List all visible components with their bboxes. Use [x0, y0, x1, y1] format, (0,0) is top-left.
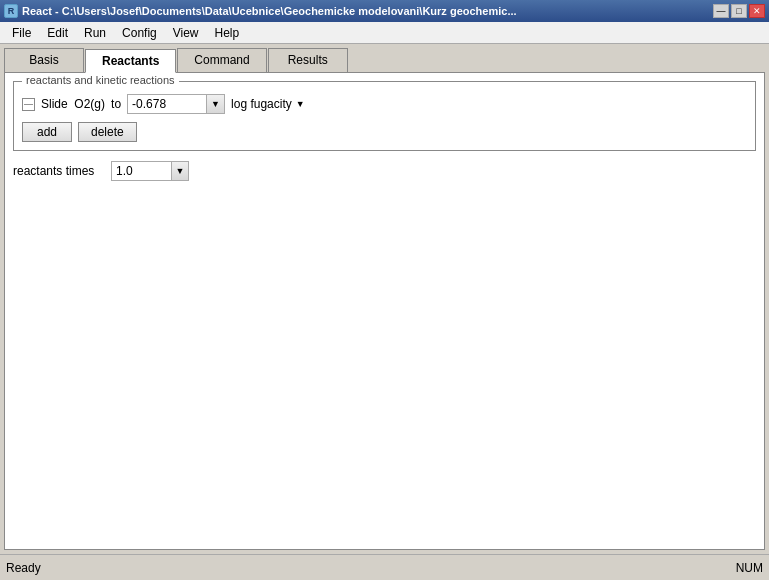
slide-label: Slide O2(g) [41, 97, 105, 111]
tab-bar: Basis Reactants Command Results [0, 44, 769, 72]
menu-help[interactable]: Help [207, 24, 248, 42]
value-input[interactable] [127, 94, 207, 114]
title-bar-controls: — □ ✕ [713, 4, 765, 18]
status-num: NUM [736, 561, 763, 575]
to-label: to [111, 97, 121, 111]
menu-run[interactable]: Run [76, 24, 114, 42]
reactant-checkbox[interactable]: — [22, 98, 35, 111]
tab-results[interactable]: Results [268, 48, 348, 72]
reactants-times-row: reactants times ▼ [13, 161, 756, 181]
add-button[interactable]: add [22, 122, 72, 142]
menu-edit[interactable]: Edit [39, 24, 76, 42]
maximize-button[interactable]: □ [731, 4, 747, 18]
times-input-wrapper: ▼ [111, 161, 189, 181]
menu-config[interactable]: Config [114, 24, 165, 42]
delete-button[interactable]: delete [78, 122, 137, 142]
group-box-legend: reactants and kinetic reactions [22, 74, 179, 86]
reactant-row: — Slide O2(g) to ▼ log fugacity ▼ [22, 90, 747, 118]
tab-command[interactable]: Command [177, 48, 266, 72]
status-ready: Ready [6, 561, 41, 575]
log-fugacity-label: log fugacity [231, 97, 292, 111]
tab-reactants[interactable]: Reactants [85, 49, 176, 73]
times-input[interactable] [111, 161, 171, 181]
value-dropdown-button[interactable]: ▼ [207, 94, 225, 114]
title-bar-left: R React - C:\Users\Josef\Documents\Data\… [4, 4, 517, 18]
log-fugacity-wrapper: log fugacity ▼ [231, 97, 305, 111]
value-input-wrapper: ▼ [127, 94, 225, 114]
reactants-group-box: reactants and kinetic reactions — Slide … [13, 81, 756, 151]
close-button[interactable]: ✕ [749, 4, 765, 18]
title-bar-text: React - C:\Users\Josef\Documents\Data\Uc… [22, 5, 517, 17]
buttons-row: add delete [22, 122, 747, 142]
title-bar: R React - C:\Users\Josef\Documents\Data\… [0, 0, 769, 22]
log-fugacity-dropdown-button[interactable]: ▼ [296, 99, 305, 109]
app-icon: R [4, 4, 18, 18]
menu-file[interactable]: File [4, 24, 39, 42]
status-bar: Ready NUM [0, 554, 769, 580]
times-dropdown-button[interactable]: ▼ [171, 161, 189, 181]
content-area: reactants and kinetic reactions — Slide … [4, 72, 765, 550]
reactants-times-label: reactants times [13, 164, 103, 178]
tab-basis[interactable]: Basis [4, 48, 84, 72]
menu-bar: File Edit Run Config View Help [0, 22, 769, 44]
main-window: Basis Reactants Command Results reactant… [0, 44, 769, 554]
menu-view[interactable]: View [165, 24, 207, 42]
minimize-button[interactable]: — [713, 4, 729, 18]
